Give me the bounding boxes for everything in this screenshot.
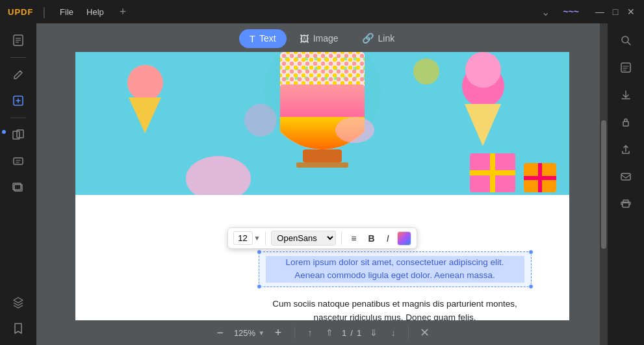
zoom-value: 125% bbox=[234, 328, 255, 338]
new-tab-button[interactable]: + bbox=[120, 5, 127, 19]
selected-line-2: Aenean commodo ligula eget dolor. Aenean… bbox=[294, 270, 495, 280]
right-icon-share[interactable] bbox=[614, 138, 638, 161]
resize-handle-tl[interactable] bbox=[257, 249, 262, 255]
wave-icon: ~~~ bbox=[563, 6, 579, 17]
icecream-right bbox=[462, 58, 504, 101]
link-tab-label: Link bbox=[378, 33, 395, 44]
sidebar-separator-2 bbox=[10, 118, 26, 118]
menu-help[interactable]: Help bbox=[81, 6, 109, 18]
scrollbar-track[interactable] bbox=[600, 23, 608, 345]
image-tab-icon: 🖼 bbox=[300, 33, 309, 44]
app-logo: UPDF bbox=[8, 7, 33, 17]
toolbar-separator-2 bbox=[341, 232, 342, 245]
maximize-button[interactable]: □ bbox=[610, 6, 621, 17]
right-icon-ocr[interactable] bbox=[614, 56, 638, 79]
tab-image[interactable]: 🖼 Image bbox=[289, 29, 349, 48]
menu-file[interactable]: File bbox=[55, 6, 79, 18]
resize-handle-bl[interactable] bbox=[257, 284, 262, 289]
bottom-toolbar: − 125% ▼ + ↑ ⇑ 1 / 1 ⇓ ↓ ✕ bbox=[212, 320, 432, 345]
titlebar-menu: File Help bbox=[55, 6, 109, 18]
expand-icon[interactable]: ⌄ bbox=[541, 6, 550, 18]
close-button[interactable]: ✕ bbox=[626, 6, 636, 17]
image-tab-label: Image bbox=[313, 33, 339, 44]
resize-handle-tr[interactable] bbox=[528, 249, 534, 255]
nav-up-button[interactable]: ⇑ bbox=[322, 326, 337, 340]
sidebar-separator-1 bbox=[10, 57, 26, 58]
right-icon-print[interactable] bbox=[614, 192, 638, 216]
sidebar-icon-pages[interactable] bbox=[6, 123, 30, 147]
sidebar-icon-document[interactable] bbox=[6, 29, 30, 52]
text-tab-icon: T bbox=[250, 33, 255, 44]
page-separator: / bbox=[350, 328, 353, 338]
left-sidebar bbox=[0, 23, 36, 345]
insert-toolbar: T Text 🖼 Image 🔗 Link bbox=[239, 23, 405, 52]
tab-link[interactable]: 🔗 Link bbox=[352, 29, 406, 48]
right-icon-email[interactable] bbox=[614, 165, 638, 188]
svg-rect-14 bbox=[623, 121, 628, 126]
text-edit-toolbar: 12 ▼ OpenSans ≡ B I bbox=[227, 227, 417, 249]
color-picker-button[interactable] bbox=[397, 231, 411, 246]
svg-line-11 bbox=[628, 42, 630, 45]
page-total: 1 bbox=[357, 328, 361, 338]
nav-first-button[interactable]: ↑ bbox=[303, 326, 317, 340]
titlebar: UPDF | File Help + ⌄ ~~~ — □ ✕ bbox=[0, 0, 644, 23]
titlebar-separator: | bbox=[42, 5, 45, 19]
align-button[interactable]: ≡ bbox=[347, 232, 360, 245]
minimize-button[interactable]: — bbox=[595, 6, 605, 17]
text-tab-label: Text bbox=[259, 33, 276, 44]
selected-text-box[interactable]: Lorem ipsum dolor sit amet, consectetuer… bbox=[259, 251, 532, 287]
zoom-in-button[interactable]: + bbox=[270, 324, 287, 341]
sidebar-icon-layers-bottom[interactable] bbox=[6, 290, 30, 314]
font-family-control: OpenSans bbox=[271, 231, 336, 246]
toolbar-separator-1 bbox=[265, 232, 266, 245]
scrollbar-thumb[interactable] bbox=[601, 120, 606, 249]
resize-handle-br[interactable] bbox=[528, 284, 534, 289]
active-indicator bbox=[2, 130, 6, 134]
svg-rect-17 bbox=[623, 200, 628, 203]
zoom-out-button[interactable]: − bbox=[212, 324, 229, 341]
gifts-decoration bbox=[470, 153, 556, 195]
sidebar-icon-form[interactable] bbox=[6, 149, 30, 173]
right-icon-protect[interactable] bbox=[614, 110, 638, 134]
zoom-dropdown-icon[interactable]: ▼ bbox=[258, 329, 264, 337]
sidebar-icon-layers[interactable] bbox=[6, 175, 30, 199]
svg-rect-15 bbox=[621, 173, 630, 180]
tab-text[interactable]: T Text bbox=[239, 29, 287, 48]
svg-rect-16 bbox=[623, 203, 629, 207]
right-icon-extract[interactable] bbox=[614, 83, 638, 107]
bottom-separator-1 bbox=[294, 326, 295, 339]
sidebar-icon-bookmark[interactable] bbox=[6, 316, 30, 340]
canvas-area[interactable]: T Text 🖼 Image 🔗 Link bbox=[36, 23, 608, 345]
font-family-select[interactable]: OpenSans bbox=[271, 231, 336, 246]
plain-text-box[interactable]: Cum sociis natoque penatibus et magnis d… bbox=[259, 294, 532, 320]
cake-decoration bbox=[257, 52, 387, 182]
svg-rect-7 bbox=[14, 158, 23, 164]
font-size-control: 12 ▼ bbox=[233, 231, 260, 245]
svg-rect-12 bbox=[621, 63, 630, 72]
italic-button[interactable]: I bbox=[383, 232, 393, 245]
plain-text-content: Cum sociis natoque penatibus et magnis d… bbox=[272, 299, 517, 320]
page-navigation: 1 / 1 bbox=[342, 328, 361, 338]
main-layout: T Text 🖼 Image 🔗 Link bbox=[0, 23, 644, 345]
font-size-dropdown-icon[interactable]: ▼ bbox=[253, 235, 260, 242]
bottom-separator-2 bbox=[408, 326, 409, 339]
sidebar-icon-annotate[interactable] bbox=[6, 89, 30, 112]
font-size-input[interactable]: 12 bbox=[233, 231, 252, 245]
sidebar-icon-edit[interactable] bbox=[6, 63, 30, 86]
icecream-left bbox=[127, 65, 163, 101]
page-current: 1 bbox=[342, 328, 346, 338]
bold-button[interactable]: B bbox=[365, 232, 379, 245]
zoom-level-display: 125% ▼ bbox=[234, 328, 264, 338]
right-icon-search[interactable] bbox=[614, 29, 638, 52]
pdf-page: 12 ▼ OpenSans ≡ B I bbox=[75, 52, 569, 320]
nav-last-button[interactable]: ↓ bbox=[386, 326, 400, 340]
selected-line-1: Lorem ipsum dolor sit amet, consectetuer… bbox=[285, 257, 504, 267]
link-tab-icon: 🔗 bbox=[362, 32, 374, 44]
close-edit-button[interactable]: ✕ bbox=[417, 325, 432, 340]
right-sidebar bbox=[608, 23, 644, 345]
nav-down-button[interactable]: ⇓ bbox=[367, 326, 381, 340]
selected-text-content: Lorem ipsum dolor sit amet, consectetuer… bbox=[266, 256, 524, 283]
page-image bbox=[75, 52, 569, 195]
window-controls: — □ ✕ bbox=[595, 6, 636, 17]
